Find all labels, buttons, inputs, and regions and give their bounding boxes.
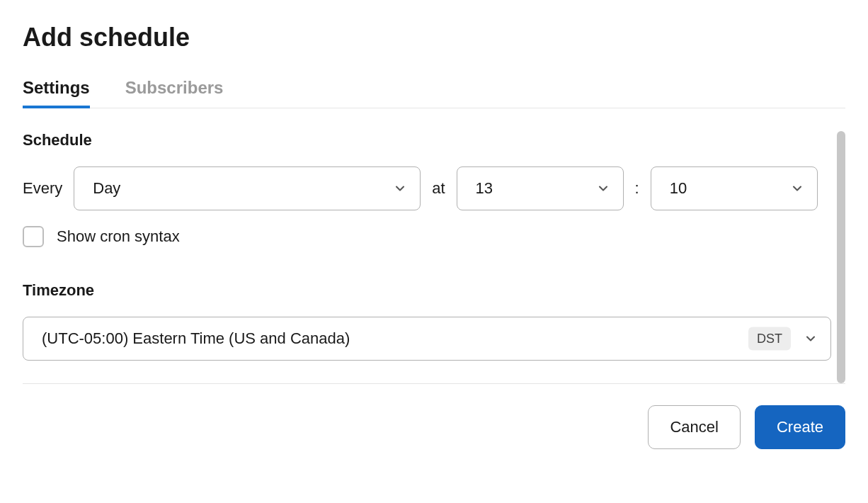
chevron-down-icon bbox=[393, 181, 407, 196]
time-colon: : bbox=[635, 179, 639, 198]
hour-value: 13 bbox=[476, 179, 493, 198]
dialog-footer: Cancel Create bbox=[23, 383, 845, 449]
chevron-down-icon bbox=[804, 332, 818, 346]
scrollbar[interactable] bbox=[837, 131, 845, 383]
schedule-section-label: Schedule bbox=[23, 131, 831, 149]
tab-subscribers-label: Subscribers bbox=[125, 78, 224, 97]
content-wrapper: Schedule Every Day at 13 : bbox=[23, 131, 845, 383]
timezone-select[interactable]: (UTC-05:00) Eastern Time (US and Canada)… bbox=[23, 317, 831, 361]
content: Schedule Every Day at 13 : bbox=[23, 131, 837, 383]
timezone-value: (UTC-05:00) Eastern Time (US and Canada) bbox=[42, 329, 350, 348]
add-schedule-dialog: Add schedule Settings Subscribers Schedu… bbox=[0, 0, 868, 449]
tab-settings[interactable]: Settings bbox=[23, 78, 90, 108]
timezone-section-label: Timezone bbox=[23, 281, 831, 300]
tab-subscribers[interactable]: Subscribers bbox=[125, 78, 224, 108]
cron-checkbox[interactable] bbox=[23, 226, 44, 247]
every-label: Every bbox=[23, 179, 62, 198]
cron-checkbox-row: Show cron syntax bbox=[23, 226, 831, 247]
schedule-row: Every Day at 13 : 10 bbox=[23, 166, 831, 210]
at-label: at bbox=[432, 179, 445, 198]
chevron-down-icon bbox=[790, 181, 804, 196]
dst-badge: DST bbox=[748, 327, 791, 351]
page-title: Add schedule bbox=[23, 23, 845, 52]
scrollbar-thumb[interactable] bbox=[837, 131, 845, 383]
cron-checkbox-label[interactable]: Show cron syntax bbox=[57, 227, 180, 246]
minute-value: 10 bbox=[670, 179, 687, 198]
tabs: Settings Subscribers bbox=[23, 78, 845, 108]
frequency-value: Day bbox=[93, 179, 120, 198]
cancel-button[interactable]: Cancel bbox=[648, 405, 740, 449]
minute-select[interactable]: 10 bbox=[651, 166, 818, 210]
tab-settings-label: Settings bbox=[23, 78, 90, 97]
create-button[interactable]: Create bbox=[755, 405, 845, 449]
create-button-label: Create bbox=[777, 418, 823, 436]
frequency-select[interactable]: Day bbox=[74, 166, 421, 210]
cancel-button-label: Cancel bbox=[670, 418, 718, 436]
chevron-down-icon bbox=[596, 181, 610, 196]
hour-select[interactable]: 13 bbox=[457, 166, 624, 210]
